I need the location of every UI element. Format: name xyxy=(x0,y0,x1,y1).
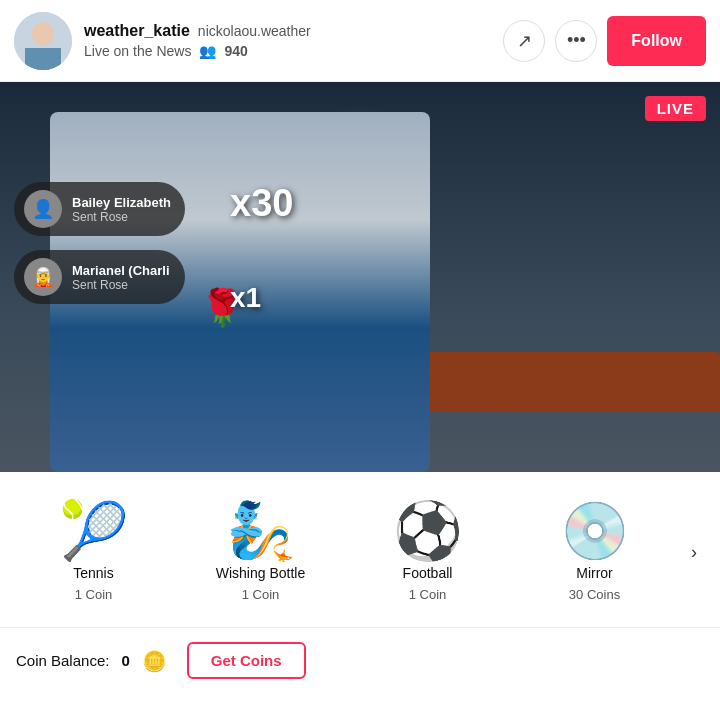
notif-text-1: Bailey Elizabeth Sent Rose xyxy=(72,195,171,224)
gift-emoji-mirror: 💿 xyxy=(560,503,630,559)
notification-container: 👤 Bailey Elizabeth Sent Rose 🧝 Marianel … xyxy=(14,182,185,304)
gift-cost-mirror: 30 Coins xyxy=(569,587,620,602)
multiplier-large: x30 xyxy=(230,182,293,225)
svg-point-1 xyxy=(32,22,54,46)
gift-item-mirror[interactable]: 💿 Mirror 30 Coins xyxy=(535,503,655,602)
viewer-count: 940 xyxy=(224,43,247,59)
video-area: LIVE x30 🌹 x1 👤 Bailey Elizabeth Sent Ro… xyxy=(0,82,720,472)
notif-action-2: Sent Rose xyxy=(72,278,170,292)
gift-name-tennis: Tennis xyxy=(73,565,113,581)
coin-balance-value: 0 xyxy=(121,652,129,669)
get-coins-button[interactable]: Get Coins xyxy=(187,642,306,679)
gift-emoji-football: ⚽ xyxy=(393,503,463,559)
live-badge: LIVE xyxy=(645,96,706,121)
header-info: weather_katie nickolaou.weather Live on … xyxy=(84,22,503,59)
gift-cost-football: 1 Coin xyxy=(409,587,447,602)
bottom-bar: Coin Balance: 0 🪙 Get Coins xyxy=(0,627,720,693)
notif-text-2: Marianel (Charli Sent Rose xyxy=(72,263,170,292)
header: weather_katie nickolaou.weather Live on … xyxy=(0,0,720,82)
share-icon: ↗ xyxy=(517,30,532,52)
share-button[interactable]: ↗ xyxy=(503,20,545,62)
notif-avatar-1: 👤 xyxy=(24,190,62,228)
notification-1: 👤 Bailey Elizabeth Sent Rose xyxy=(14,182,185,236)
notif-action-1: Sent Rose xyxy=(72,210,171,224)
gift-item-wishing-bottle[interactable]: 🧞 Wishing Bottle 1 Coin xyxy=(201,503,321,602)
coin-balance-label: Coin Balance: xyxy=(16,652,109,669)
username: weather_katie xyxy=(84,22,190,40)
gifts-section: 🎾 Tennis 1 Coin 🧞 Wishing Bottle 1 Coin … xyxy=(0,472,720,627)
more-button[interactable]: ••• xyxy=(555,20,597,62)
gift-name-wishing-bottle: Wishing Bottle xyxy=(216,565,305,581)
avatar[interactable] xyxy=(14,12,72,70)
live-label: Live on the News xyxy=(84,43,191,59)
gift-name-mirror: Mirror xyxy=(576,565,613,581)
gift-name-football: Football xyxy=(403,565,453,581)
gift-item-football[interactable]: ⚽ Football 1 Coin xyxy=(368,503,488,602)
gift-item-tennis[interactable]: 🎾 Tennis 1 Coin xyxy=(34,503,154,602)
notification-2: 🧝 Marianel (Charli Sent Rose xyxy=(14,250,185,304)
more-icon: ••• xyxy=(567,30,586,51)
display-name: nickolaou.weather xyxy=(198,23,311,39)
gift-list: 🎾 Tennis 1 Coin 🧞 Wishing Bottle 1 Coin … xyxy=(10,503,678,602)
coin-icon: 🪙 xyxy=(142,649,167,673)
svg-rect-3 xyxy=(25,48,61,70)
header-actions: ↗ ••• Follow xyxy=(503,16,706,66)
notif-name-2: Marianel (Charli xyxy=(72,263,170,278)
gift-emoji-wishing-bottle: 🧞 xyxy=(226,503,296,559)
gift-emoji-tennis: 🎾 xyxy=(59,503,129,559)
gifts-arrow-button[interactable]: › xyxy=(678,537,710,569)
viewers-icon: 👥 xyxy=(199,43,216,59)
notif-avatar-2: 🧝 xyxy=(24,258,62,296)
gift-cost-tennis: 1 Coin xyxy=(75,587,113,602)
notif-name-1: Bailey Elizabeth xyxy=(72,195,171,210)
gift-cost-wishing-bottle: 1 Coin xyxy=(242,587,280,602)
follow-button[interactable]: Follow xyxy=(607,16,706,66)
multiplier-small: x1 xyxy=(230,282,261,314)
